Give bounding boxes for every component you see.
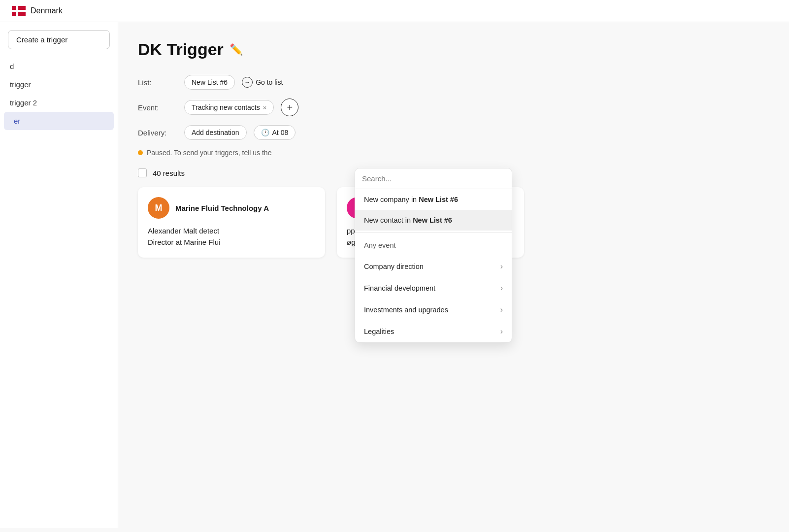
- dropdown-item-financial-development[interactable]: Financial development ›: [355, 277, 512, 299]
- list-value: New List #6: [192, 78, 228, 86]
- clock-icon: 🕐: [261, 129, 269, 136]
- circle-arrow-icon: →: [242, 77, 253, 88]
- dropdown-item-investments-upgrades[interactable]: Investments and upgrades ›: [355, 299, 512, 321]
- add-event-button[interactable]: +: [281, 99, 298, 116]
- denmark-flag-icon: [12, 6, 26, 16]
- company-direction-label: Company direction: [364, 263, 424, 270]
- status-row: Paused. To send your triggers, tell us t…: [138, 149, 769, 157]
- dropdown-item-company-direction[interactable]: Company direction ›: [355, 256, 512, 277]
- page-title: DK Trigger: [138, 40, 224, 59]
- main-content: DK Trigger ✏️ List: New List #6 → Go to …: [118, 22, 789, 528]
- card-body-marine: Alexander Malt detectDirector at Marine …: [148, 226, 315, 248]
- page-title-row: DK Trigger ✏️: [138, 40, 769, 59]
- any-event-label: Any event: [364, 241, 396, 249]
- status-dot: [138, 150, 143, 155]
- dropdown-divider-1: [355, 233, 512, 233]
- top-bar: Denmark: [0, 0, 789, 22]
- dropdown-panel: New company in New List #6 New contact i…: [355, 168, 512, 343]
- chevron-right-icon-legalities: ›: [500, 327, 503, 336]
- svg-rect-2: [12, 10, 26, 12]
- dropdown-search-input[interactable]: [355, 168, 512, 189]
- edit-icon[interactable]: ✏️: [230, 43, 243, 56]
- event-label: Event:: [138, 103, 177, 112]
- sidebar-item-trigger2[interactable]: trigger 2: [0, 94, 118, 112]
- chevron-right-icon-financial: ›: [500, 284, 503, 293]
- results-count: 40 results: [153, 169, 185, 177]
- event-value: Tracking new contacts: [192, 103, 260, 111]
- dropdown-item-any-event[interactable]: Any event: [355, 235, 512, 256]
- at-time-label: At 08: [272, 129, 289, 136]
- delivery-label: Delivery:: [138, 129, 177, 137]
- event-dropdown: New company in New List #6 New contact i…: [355, 168, 512, 343]
- create-trigger-button[interactable]: Create a trigger: [8, 30, 110, 49]
- go-to-list-label: Go to list: [256, 78, 283, 86]
- add-destination-label: Add destination: [192, 129, 239, 136]
- event-tag[interactable]: Tracking new contacts ×: [184, 100, 274, 115]
- chevron-right-icon-company: ›: [500, 262, 503, 271]
- list-row: List: New List #6 → Go to list: [138, 75, 769, 90]
- card-marine: M Marine Fluid Technology A Alexander Ma…: [138, 187, 325, 258]
- sidebar-item-d[interactable]: d: [0, 57, 118, 75]
- sidebar-item-trigger[interactable]: trigger: [0, 75, 118, 94]
- dropdown-item-legalities[interactable]: Legalities ›: [355, 321, 512, 342]
- status-text: Paused. To send your triggers, tell us t…: [147, 149, 271, 157]
- list-tag[interactable]: New List #6: [184, 75, 235, 90]
- company-name-marine: Marine Fluid Technology A: [175, 204, 269, 212]
- new-contact-list-bold: New List #6: [413, 216, 452, 224]
- avatar-marine: M: [148, 197, 169, 219]
- list-label: List:: [138, 78, 177, 87]
- add-destination-button[interactable]: Add destination: [184, 125, 247, 140]
- select-all-checkbox[interactable]: [138, 168, 147, 177]
- country-name: Denmark: [31, 6, 63, 15]
- dropdown-item-new-company[interactable]: New company in New List #6: [355, 189, 512, 210]
- sidebar-item-er[interactable]: er: [4, 112, 114, 130]
- card-header-marine: M Marine Fluid Technology A: [148, 197, 315, 219]
- go-to-list-button[interactable]: → Go to list: [242, 77, 283, 88]
- new-company-list-bold: New List #6: [419, 196, 458, 203]
- delivery-row: Delivery: Add destination 🕐 At 08: [138, 125, 769, 140]
- plus-icon: +: [287, 102, 293, 113]
- sidebar: Create a trigger d trigger trigger 2 er: [0, 22, 118, 528]
- event-row: Event: Tracking new contacts × +: [138, 99, 769, 116]
- dropdown-item-new-contact[interactable]: New contact in New List #6: [355, 210, 512, 231]
- chevron-right-icon-investments: ›: [500, 305, 503, 314]
- main-layout: Create a trigger d trigger trigger 2 er …: [0, 22, 789, 528]
- at-time-button[interactable]: 🕐 At 08: [254, 125, 296, 140]
- legalities-label: Legalities: [364, 328, 394, 335]
- close-icon[interactable]: ×: [263, 104, 267, 111]
- investments-upgrades-label: Investments and upgrades: [364, 306, 448, 314]
- financial-development-label: Financial development: [364, 284, 435, 292]
